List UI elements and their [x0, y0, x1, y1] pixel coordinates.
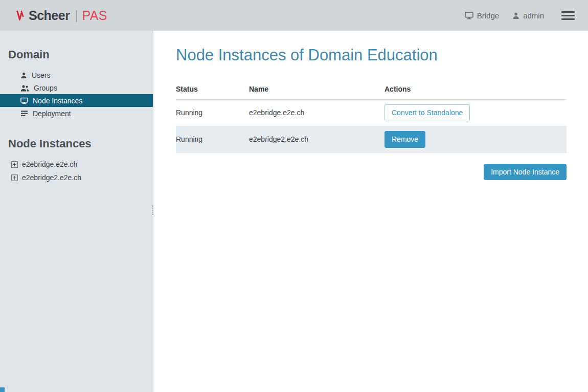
- tree-item-e2ebridge2[interactable]: e2ebridge2.e2e.ch: [0, 171, 153, 184]
- user-menu[interactable]: admin: [512, 11, 544, 20]
- bridge-label: Bridge: [477, 11, 499, 20]
- logo-product-text: PAS: [82, 8, 107, 23]
- sidebar-resize-handle[interactable]: [152, 205, 154, 215]
- expand-plus-icon[interactable]: [11, 161, 18, 168]
- sidebar-item-users[interactable]: Users: [0, 69, 153, 81]
- hamburger-menu-icon[interactable]: [561, 11, 575, 20]
- monitor-icon: [20, 97, 28, 104]
- status-cell: Running: [176, 108, 249, 117]
- main-content: Node Instances of Domain Education Statu…: [153, 31, 588, 392]
- users-icon: [20, 84, 29, 92]
- bridge-menu[interactable]: Bridge: [465, 11, 499, 20]
- column-header-actions: Actions: [385, 85, 567, 93]
- sidebar-item-label: Groups: [34, 84, 57, 92]
- node-instances-heading: Node Instances: [0, 120, 153, 158]
- import-node-instance-button[interactable]: Import Node Instance: [484, 164, 567, 181]
- column-header-status: Status: [176, 85, 249, 93]
- table-row: Running e2ebridge.e2e.ch Convert to Stan…: [176, 100, 567, 126]
- corner-accent: [0, 387, 5, 392]
- sidebar-item-label: Users: [32, 71, 51, 79]
- user-icon: [512, 12, 519, 19]
- name-cell: e2ebridge2.e2e.ch: [249, 135, 385, 143]
- page-title: Node Instances of Domain Education: [176, 46, 567, 64]
- user-icon: [20, 72, 27, 79]
- sidebar-item-node-instances[interactable]: Node Instances: [0, 94, 153, 107]
- sidebar-item-label: Deployment: [33, 110, 71, 118]
- expand-plus-icon[interactable]: [11, 175, 18, 181]
- sidebar-item-groups[interactable]: Groups: [0, 81, 153, 94]
- name-cell: e2ebridge.e2e.ch: [249, 108, 385, 117]
- node-instances-table: Status Name Actions Running e2ebridge.e2…: [176, 80, 567, 153]
- tree-item-label: e2ebridge2.e2e.ch: [22, 173, 81, 182]
- column-header-name: Name: [249, 85, 385, 93]
- top-header: Scheer | PAS Bridge admin: [0, 0, 588, 31]
- scheer-pas-logo[interactable]: Scheer | PAS: [16, 8, 107, 23]
- logo-brand-text: Scheer: [29, 8, 70, 23]
- status-cell: Running: [176, 135, 249, 143]
- list-icon: [20, 110, 28, 117]
- sidebar-item-label: Node Instances: [33, 97, 82, 105]
- scheer-logo-mark-icon: [16, 10, 25, 20]
- table-header-row: Status Name Actions: [176, 80, 567, 100]
- table-row: Running e2ebridge2.e2e.ch Remove: [176, 126, 567, 153]
- user-label: admin: [523, 11, 544, 20]
- tree-item-e2ebridge[interactable]: e2ebridge.e2e.ch: [0, 158, 153, 171]
- remove-button[interactable]: Remove: [385, 131, 425, 148]
- monitor-icon: [465, 12, 473, 19]
- sidebar-item-deployment[interactable]: Deployment: [0, 107, 153, 120]
- tree-item-label: e2ebridge.e2e.ch: [22, 160, 77, 168]
- logo-divider: |: [75, 9, 78, 23]
- domain-heading: Domain: [0, 48, 153, 69]
- sidebar: Domain Users Groups Node Instan: [0, 31, 153, 392]
- convert-to-standalone-button[interactable]: Convert to Standalone: [385, 104, 470, 121]
